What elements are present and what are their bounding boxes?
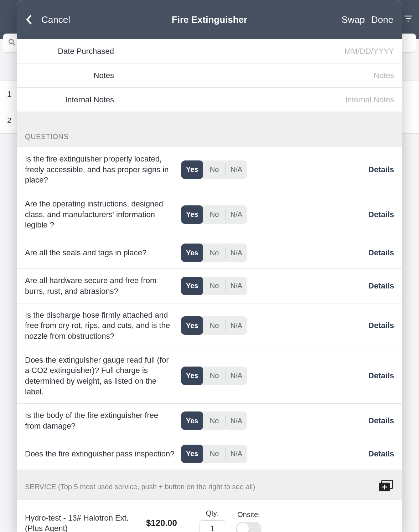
service-name: Hydro-test - 13# Halotron Ext. (Plus Age… — [25, 513, 146, 532]
field-row[interactable]: Date PurchasedMM/DD/YYYY — [17, 39, 402, 63]
details-button[interactable]: Details — [368, 210, 394, 219]
answer-no[interactable]: No — [203, 411, 225, 430]
chevron-left-icon — [26, 14, 32, 25]
answer-yes[interactable]: Yes — [181, 367, 203, 385]
answer-yes[interactable]: Yes — [181, 316, 203, 335]
questions-list: Is the fire extinguisher properly locate… — [17, 147, 402, 470]
field-placeholder: Internal Notes — [117, 95, 394, 104]
modal-fire-extinguisher: Cancel Fire Extinguisher Swap Done Date … — [17, 0, 402, 532]
question-row: Is the body of the fire extinguisher fre… — [17, 404, 402, 438]
question-row: Does the extinguisher gauge read full (f… — [17, 348, 402, 404]
field-label: Notes — [17, 71, 117, 80]
toggle-knob — [237, 523, 249, 532]
search-icon — [7, 38, 17, 48]
swap-button[interactable]: Swap — [342, 14, 365, 25]
answer-na[interactable]: N/A — [225, 244, 247, 262]
answer-yes[interactable]: Yes — [181, 411, 203, 430]
question-text: Are all the seals and tags in place? — [25, 247, 175, 258]
answer-na[interactable]: N/A — [225, 205, 247, 224]
question-row: Does the fire extinguisher pass inspecti… — [17, 438, 402, 470]
field-row[interactable]: Internal NotesInternal Notes — [17, 88, 402, 112]
question-text: Is the fire extinguisher properly locate… — [25, 154, 175, 185]
answer-na[interactable]: N/A — [225, 277, 247, 295]
details-button[interactable]: Details — [368, 321, 394, 330]
question-text: Are all hardware secure and free from bu… — [25, 275, 175, 296]
answer-segment: YesNoN/A — [181, 205, 247, 224]
answer-segment: YesNoN/A — [181, 367, 247, 385]
answer-no[interactable]: No — [203, 205, 225, 224]
answer-segment: YesNoN/A — [181, 411, 247, 430]
answer-no[interactable]: No — [203, 244, 225, 262]
details-button[interactable]: Details — [368, 248, 394, 257]
answer-segment: YesNoN/A — [181, 277, 247, 295]
answer-yes[interactable]: Yes — [181, 277, 203, 295]
details-button[interactable]: Details — [368, 165, 394, 174]
add-service-button[interactable] — [378, 480, 394, 494]
answer-yes[interactable]: Yes — [181, 205, 203, 224]
onsite-toggle[interactable] — [236, 522, 262, 532]
done-button[interactable]: Done — [371, 14, 393, 25]
qty-input[interactable] — [200, 520, 225, 532]
question-row: Is the discharge hose firmly attached an… — [17, 303, 402, 348]
answer-no[interactable]: No — [203, 316, 225, 335]
cancel-button[interactable]: Cancel — [41, 14, 70, 25]
info-fields: Date PurchasedMM/DD/YYYYNotesNotesIntern… — [17, 39, 402, 112]
field-row[interactable]: NotesNotes — [17, 63, 402, 88]
answer-no[interactable]: No — [203, 277, 225, 295]
answer-na[interactable]: N/A — [225, 316, 247, 335]
qty-label: Qty: — [206, 509, 219, 517]
field-label: Date Purchased — [17, 47, 117, 56]
question-text: Does the extinguisher gauge read full (f… — [25, 355, 175, 397]
service-header-row: SERVICE (Top 5 most used service, push +… — [17, 470, 402, 500]
modal-body: Date PurchasedMM/DD/YYYYNotesNotesIntern… — [17, 39, 402, 532]
answer-yes[interactable]: Yes — [181, 445, 203, 463]
answer-na[interactable]: N/A — [225, 445, 247, 463]
questions-header: QUESTIONS — [17, 112, 402, 147]
service-price: $120.00 — [146, 518, 189, 528]
question-text: Is the body of the fire extinguisher fre… — [25, 410, 175, 431]
back-button[interactable] — [26, 14, 36, 25]
question-row: Are all hardware secure and free from bu… — [17, 269, 402, 303]
sort-icon — [403, 14, 413, 25]
answer-na[interactable]: N/A — [225, 160, 247, 179]
question-text: Is the discharge hose firmly attached an… — [25, 310, 175, 342]
details-button[interactable]: Details — [368, 416, 394, 425]
answer-segment: YesNoN/A — [181, 244, 247, 262]
details-button[interactable]: Details — [368, 449, 394, 459]
service-row: Hydro-test - 13# Halotron Ext. (Plus Age… — [17, 500, 402, 532]
answer-no[interactable]: No — [203, 445, 225, 463]
answer-segment: YesNoN/A — [181, 445, 247, 463]
question-row: Are the operating instructions, designed… — [17, 192, 402, 237]
answer-na[interactable]: N/A — [225, 411, 247, 430]
question-text: Are the operating instructions, designed… — [25, 199, 175, 230]
field-label: Internal Notes — [17, 95, 117, 104]
service-header: SERVICE (Top 5 most used service, push +… — [25, 483, 255, 491]
field-placeholder: MM/DD/YYYY — [117, 47, 394, 56]
modal-header: Cancel Fire Extinguisher Swap Done — [17, 0, 402, 39]
question-row: Are all the seals and tags in place?YesN… — [17, 237, 402, 269]
details-button[interactable]: Details — [368, 281, 394, 291]
question-text: Does the fire extinguisher pass inspecti… — [25, 449, 175, 459]
question-row: Is the fire extinguisher properly locate… — [17, 147, 402, 192]
answer-yes[interactable]: Yes — [181, 244, 203, 262]
onsite-label: Onsite: — [237, 511, 260, 519]
answer-na[interactable]: N/A — [225, 367, 247, 385]
answer-segment: YesNoN/A — [181, 316, 247, 335]
field-placeholder: Notes — [117, 71, 394, 80]
service-list: Hydro-test - 13# Halotron Ext. (Plus Age… — [17, 500, 402, 532]
details-button[interactable]: Details — [368, 371, 394, 380]
plus-card-icon — [378, 480, 394, 492]
answer-yes[interactable]: Yes — [181, 160, 203, 179]
answer-no[interactable]: No — [203, 160, 225, 179]
answer-no[interactable]: No — [203, 367, 225, 385]
answer-segment: YesNoN/A — [181, 160, 247, 179]
